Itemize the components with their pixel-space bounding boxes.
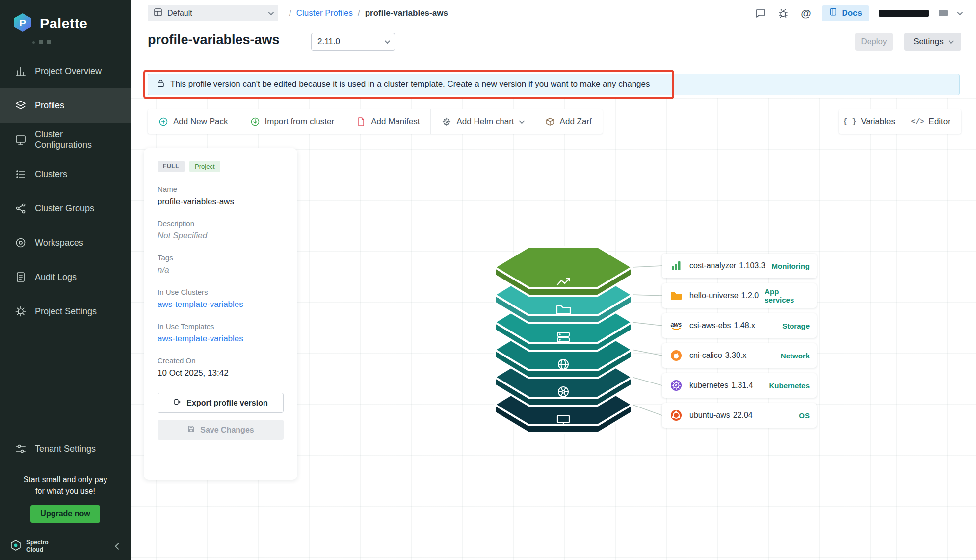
add-helm-chart-button[interactable]: Add Helm chart bbox=[431, 109, 534, 134]
save-changes-button[interactable]: Save Changes bbox=[158, 420, 284, 440]
created-on-label: Created On bbox=[158, 356, 284, 365]
pack-category: Kubernetes bbox=[769, 382, 810, 390]
layers-icon bbox=[15, 100, 26, 111]
brand: P Palette bbox=[0, 0, 131, 37]
created-on-value: 10 Oct 2025, 13:42 bbox=[158, 368, 284, 378]
upgrade-now-button[interactable]: Upgrade now bbox=[30, 505, 100, 523]
sidebar-item-audit-logs[interactable]: Audit Logs bbox=[0, 260, 131, 294]
sidebar-item-workspaces[interactable]: Workspaces bbox=[0, 226, 131, 260]
import-circle-icon bbox=[250, 117, 260, 127]
sidebar-item-label: Profiles bbox=[35, 101, 64, 111]
code-icon: </> bbox=[911, 118, 924, 126]
name-label: Name bbox=[158, 185, 284, 193]
in-use-templates-link[interactable]: aws-template-variables bbox=[158, 334, 284, 344]
badge-full: FULL bbox=[158, 161, 185, 172]
add-manifest-button[interactable]: Add Manifest bbox=[345, 109, 431, 134]
pack-category: Storage bbox=[782, 322, 810, 330]
footer-brand: Spectro Cloud bbox=[26, 539, 49, 553]
add-new-pack-button[interactable]: Add New Pack bbox=[148, 109, 239, 134]
editor-button[interactable]: </> Editor bbox=[900, 109, 962, 134]
user-menu-chevron-icon[interactable] bbox=[957, 9, 963, 15]
bug-icon[interactable] bbox=[777, 7, 790, 20]
sidebar-item-label: Cluster Groups bbox=[35, 204, 94, 214]
collapse-sidebar-chevron-icon[interactable] bbox=[115, 542, 122, 549]
pack-card-ubuntu-aws[interactable]: ubuntu-aws 22.04 OS bbox=[662, 403, 817, 428]
sidebar-item-label: Clusters bbox=[35, 169, 67, 179]
variables-editor-card: { } Variables </> Editor bbox=[839, 109, 961, 134]
pack-card-cost-analyzer[interactable]: cost-analyzer 1.103.3 Monitoring bbox=[662, 254, 817, 278]
pack-version: 1.2.0 bbox=[741, 291, 759, 300]
readonly-alert-banner: This profile version can't be edited bec… bbox=[148, 74, 960, 95]
version-select[interactable]: 2.11.0 bbox=[311, 33, 395, 51]
badge-project-scope: Project bbox=[189, 161, 220, 172]
pack-card-kubernetes[interactable]: kubernetes 1.31.4 Kubernetes bbox=[662, 373, 817, 398]
import-from-cluster-button[interactable]: Import from cluster bbox=[239, 109, 346, 134]
profile-info-card: FULL Project Name profile-variables-aws … bbox=[144, 148, 297, 480]
pack-name: ubuntu-aws bbox=[689, 411, 730, 420]
pack-category: Monitoring bbox=[772, 262, 810, 270]
profile-name-value: profile-variables-aws bbox=[158, 197, 284, 206]
version-value: 2.11.0 bbox=[317, 37, 385, 47]
sidebar-item-cluster-groups[interactable]: Cluster Groups bbox=[0, 191, 131, 226]
pack-card-csi-aws-ebs[interactable]: aws csi-aws-ebs 1.48.x Storage bbox=[662, 313, 817, 338]
chat-icon[interactable] bbox=[754, 7, 767, 20]
at-icon[interactable]: @ bbox=[799, 7, 812, 20]
monitor-icon bbox=[15, 134, 26, 146]
sidebar-item-label: Audit Logs bbox=[35, 272, 77, 282]
deploy-button[interactable]: Deploy bbox=[855, 33, 893, 51]
pack-version: 3.30.x bbox=[725, 351, 747, 360]
pack-category: OS bbox=[799, 411, 810, 420]
sidebar-item-label: Tenant Settings bbox=[35, 444, 96, 454]
project-selector[interactable]: Default bbox=[148, 5, 278, 21]
sidebar-item-tenant-settings[interactable]: Tenant Settings bbox=[0, 432, 131, 466]
gear-icon bbox=[15, 305, 26, 317]
manifest-file-icon bbox=[356, 117, 366, 127]
redacted-user-info[interactable] bbox=[879, 10, 929, 17]
palette-logo-icon: P bbox=[12, 12, 33, 35]
brand-dots bbox=[32, 40, 131, 44]
export-profile-version-button[interactable]: Export profile version bbox=[158, 393, 284, 413]
variables-button[interactable]: { } Variables bbox=[839, 109, 900, 134]
pack-category: App services bbox=[765, 287, 810, 304]
pack-name: csi-aws-ebs bbox=[689, 321, 731, 330]
pack-version: 1.103.3 bbox=[739, 261, 765, 270]
sidebar-item-label: Workspaces bbox=[35, 238, 83, 248]
in-use-templates-label: In Use Templates bbox=[158, 322, 284, 331]
sliders-icon bbox=[15, 443, 26, 455]
breadcrumb-cluster-profiles-link[interactable]: Cluster Profiles bbox=[296, 8, 353, 18]
breadcrumb-separator: / bbox=[358, 8, 360, 18]
pack-card-cni-calico[interactable]: cni-calico 3.30.x Network bbox=[662, 343, 817, 368]
sidebar-item-project-overview[interactable]: Project Overview bbox=[0, 54, 131, 88]
brand-name: Palette bbox=[40, 16, 87, 32]
tags-label: Tags bbox=[158, 254, 284, 262]
bar-chart-icon bbox=[15, 65, 26, 77]
docs-button[interactable]: Docs bbox=[822, 5, 869, 21]
list-icon bbox=[15, 168, 26, 180]
main-area: Default / Cluster Profiles / profile-var… bbox=[131, 0, 976, 560]
aws-icon: aws bbox=[669, 318, 684, 333]
add-zarf-button[interactable]: Add Zarf bbox=[534, 109, 603, 134]
layer-hex-monitoring[interactable] bbox=[495, 247, 632, 296]
pack-name: kubernetes bbox=[689, 381, 728, 390]
zarf-package-icon bbox=[545, 117, 555, 127]
sidebar-bottom: Tenant Settings Start small and only pay… bbox=[0, 432, 131, 560]
sidebar-item-label: Cluster Configurations bbox=[35, 129, 122, 150]
sidebar-item-cluster-configurations[interactable]: Cluster Configurations bbox=[0, 123, 131, 157]
sidebar-item-clusters[interactable]: Clusters bbox=[0, 157, 131, 191]
calico-icon bbox=[669, 348, 684, 363]
document-icon bbox=[15, 271, 26, 283]
plus-circle-icon bbox=[158, 117, 168, 127]
save-icon bbox=[187, 425, 195, 435]
pack-version: 1.31.4 bbox=[731, 381, 753, 390]
settings-button[interactable]: Settings bbox=[904, 33, 961, 51]
pack-card-hello-universe[interactable]: hello-universe 1.2.0 App services bbox=[662, 283, 817, 308]
description-value: Not Specified bbox=[158, 231, 284, 241]
sidebar-item-project-settings[interactable]: Project Settings bbox=[0, 294, 131, 329]
sidebar-item-profiles[interactable]: Profiles bbox=[0, 88, 131, 123]
pack-name: hello-universe bbox=[689, 291, 739, 300]
breadcrumb-separator: / bbox=[289, 8, 291, 18]
sidebar-nav: Project Overview Profiles Cluster Config… bbox=[0, 54, 131, 329]
app-window: P Palette Project Overview Profiles bbox=[0, 0, 976, 560]
in-use-clusters-link[interactable]: aws-template-variables bbox=[158, 300, 284, 309]
ubuntu-icon bbox=[669, 408, 684, 423]
